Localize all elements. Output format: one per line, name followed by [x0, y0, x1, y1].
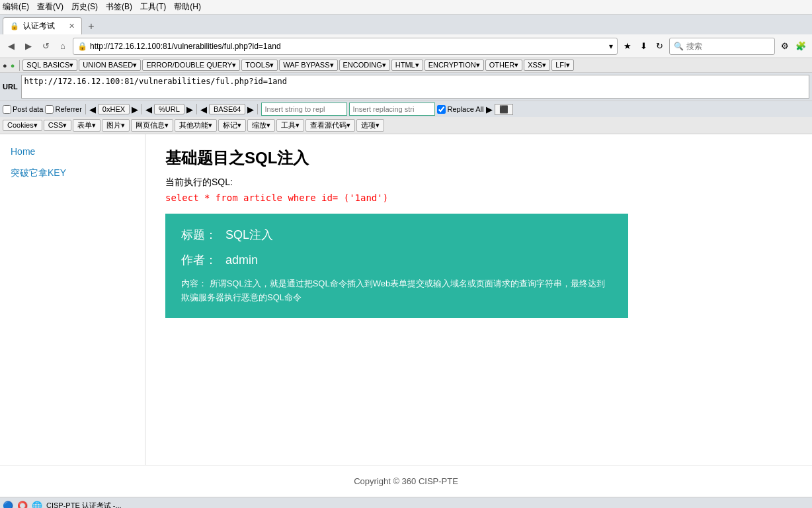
download-icon[interactable]: ⬇: [636, 39, 651, 54]
home-button[interactable]: ⌂: [56, 39, 70, 54]
hackbar-other[interactable]: OTHER▾: [485, 60, 523, 71]
xurl-arrow-right[interactable]: ▶: [186, 105, 193, 114]
insert-string-input[interactable]: [261, 103, 347, 116]
base64-arrow-left[interactable]: ◀: [200, 105, 207, 114]
tab-title: 认证考试: [23, 21, 55, 32]
ext-toolbar: Cookies▾ CSS▾ 表单▾ 图片▾ 网页信息▾ 其他功能▾ 标记▾ 缩放…: [0, 117, 812, 134]
insert-replacing-input[interactable]: [349, 103, 435, 116]
settings-icon[interactable]: ⚙: [778, 39, 792, 54]
replace-all-check[interactable]: Replace All: [437, 105, 483, 114]
xurl-arrow-left[interactable]: ◀: [145, 105, 152, 114]
toolbar-icons: ★ ⬇ ↻: [620, 39, 667, 54]
xurl-btn[interactable]: %URL: [154, 104, 184, 114]
replace-all-checkbox[interactable]: [437, 105, 446, 114]
menu-help[interactable]: 帮助(H): [174, 1, 201, 13]
active-tab[interactable]: 🔒 认证考试 ✕: [3, 17, 82, 34]
ext-css[interactable]: CSS▾: [44, 120, 72, 131]
hackbar-encryption[interactable]: ENCRYPTION▾: [425, 60, 484, 71]
hackbar-error-double[interactable]: ERROR/DOUBLE QUERY▾: [142, 60, 240, 71]
extensions-icon[interactable]: 🧩: [793, 39, 808, 54]
post-data-label: Post data: [13, 105, 43, 113]
hex-btn[interactable]: 0xHEX: [98, 104, 130, 114]
post-data-checkbox[interactable]: [3, 105, 11, 114]
article-card: 标题： SQL注入 作者： admin 内容： 所谓SQL注入，就是通过把SQL…: [165, 214, 628, 318]
url-textarea[interactable]: http://172.16.12.100:81/vulnerabilities/…: [21, 75, 809, 99]
article-body: 内容： 所谓SQL注入，就是通过把SQL命令插入到Web表单提交或输入域名或页面…: [181, 277, 612, 305]
menu-history[interactable]: 历史(S): [71, 1, 98, 13]
hackbar-sep1: [19, 60, 20, 71]
ext-zoom[interactable]: 缩放▾: [247, 119, 275, 132]
ext-mark[interactable]: 标记▾: [218, 119, 246, 132]
menu-tools[interactable]: 工具(T): [140, 1, 166, 13]
ext-page-info[interactable]: 网页信息▾: [131, 119, 173, 132]
menu-bookmarks[interactable]: 书签(B): [106, 1, 132, 13]
refresh-button[interactable]: ↺: [38, 39, 53, 54]
article-title-label: 标题：: [181, 228, 217, 241]
status-icon3: 🌐: [32, 501, 42, 508]
article-title-field: 标题： SQL注入: [181, 227, 612, 243]
referrer-label: Referrer: [55, 105, 81, 113]
lock-icon: 🔒: [77, 42, 87, 51]
hex-arrow-right[interactable]: ▶: [132, 105, 138, 114]
article-author-field: 作者： admin: [181, 252, 612, 268]
tab-bar: 🔒 认证考试 ✕ +: [0, 15, 812, 34]
menu-edit[interactable]: 编辑(E): [3, 1, 29, 13]
base64-btn[interactable]: BASE64: [209, 104, 246, 114]
sidebar-home-link[interactable]: Home: [0, 141, 145, 162]
hackbar-sql-basics[interactable]: SQL BASICS▾: [22, 60, 77, 71]
sidebar: Home 突破它拿KEY: [0, 134, 145, 465]
post-data-check[interactable]: Post data: [3, 105, 43, 114]
refresh-icon2[interactable]: ↻: [652, 39, 667, 54]
hackbar-url-row: URL http://172.16.12.100:81/vulnerabilit…: [0, 73, 812, 101]
tab-favicon: 🔒: [10, 22, 19, 30]
address-dropdown-icon[interactable]: ▾: [609, 42, 613, 51]
hackbar-lfi[interactable]: LFI▾: [551, 60, 574, 71]
url-label: URL: [3, 83, 18, 91]
hackbar-union-based[interactable]: UNION BASED▾: [79, 60, 141, 71]
menu-view[interactable]: 查看(V): [37, 1, 63, 13]
replace-all-label: Replace All: [447, 105, 483, 113]
status-browser-icon: 🔵: [3, 501, 13, 508]
replace-submit-btn[interactable]: ⬛: [495, 104, 513, 115]
hackbar-xss[interactable]: XSS▾: [524, 60, 550, 71]
menu-bar: 编辑(E) 查看(V) 历史(S) 书签(B) 工具(T) 帮助(H): [0, 0, 812, 15]
forward-button[interactable]: ▶: [21, 39, 36, 54]
hackbar-menu-row: ● ● SQL BASICS▾ UNION BASED▾ ERROR/DOUBL…: [0, 58, 812, 73]
tab-close-button[interactable]: ✕: [69, 22, 75, 30]
hackbar-encoding[interactable]: ENCODING▾: [339, 60, 390, 71]
referrer-check[interactable]: Referrer: [45, 105, 81, 114]
address-bar-row: ◀ ▶ ↺ ⌂ 🔒 ▾ ★ ⬇ ↻ 🔍 ⚙ 🧩: [0, 34, 812, 58]
page-inner: Home 突破它拿KEY 基础题目之SQL注入 当前执行的SQL: select…: [0, 134, 812, 465]
article-content-value: 所谓SQL注入，就是通过把SQL命令插入到Web表单提交或输入域名或页面请求的查…: [181, 278, 605, 302]
article-author-label: 作者：: [181, 253, 217, 267]
ext-forms[interactable]: 表单▾: [73, 119, 101, 132]
hex-arrow-left[interactable]: ◀: [89, 105, 96, 114]
hackbar-html[interactable]: HTML▾: [391, 60, 423, 71]
encode-sep2: [142, 104, 142, 114]
footer-text: Copyright © 360 CISP-PTE: [354, 476, 458, 486]
ext-options[interactable]: 选项▾: [356, 119, 384, 132]
encode-sep1: [85, 104, 86, 114]
ext-tools[interactable]: 工具▾: [276, 119, 304, 132]
ext-other[interactable]: 其他功能▾: [175, 119, 217, 132]
base64-arrow-right[interactable]: ▶: [247, 105, 254, 114]
ext-images[interactable]: 图片▾: [102, 119, 130, 132]
hackbar-tools[interactable]: TOOLS▾: [241, 60, 278, 71]
ext-view-source[interactable]: 查看源代码▾: [305, 119, 355, 132]
sidebar-key-link[interactable]: 突破它拿KEY: [0, 162, 145, 185]
hackbar-indicator: ●: [3, 62, 7, 69]
referrer-checkbox[interactable]: [45, 105, 54, 114]
ext-cookies[interactable]: Cookies▾: [3, 120, 42, 131]
search-input[interactable]: [686, 42, 786, 51]
back-button[interactable]: ◀: [4, 39, 19, 54]
address-input[interactable]: [90, 42, 606, 51]
hackbar-waf-bypass[interactable]: WAF BYPASS▾: [279, 60, 337, 71]
main-content: 基础题目之SQL注入 当前执行的SQL: select * from artic…: [145, 134, 812, 465]
page-content: Home 突破它拿KEY 基础题目之SQL注入 当前执行的SQL: select…: [0, 134, 812, 497]
bookmark-star-icon[interactable]: ★: [620, 39, 635, 54]
article-title-value: SQL注入: [225, 228, 273, 241]
replace-arrow-right[interactable]: ▶: [486, 105, 493, 114]
new-tab-button[interactable]: +: [83, 19, 99, 34]
article-author-value: admin: [225, 253, 258, 267]
page-footer: Copyright © 360 CISP-PTE: [0, 465, 812, 497]
